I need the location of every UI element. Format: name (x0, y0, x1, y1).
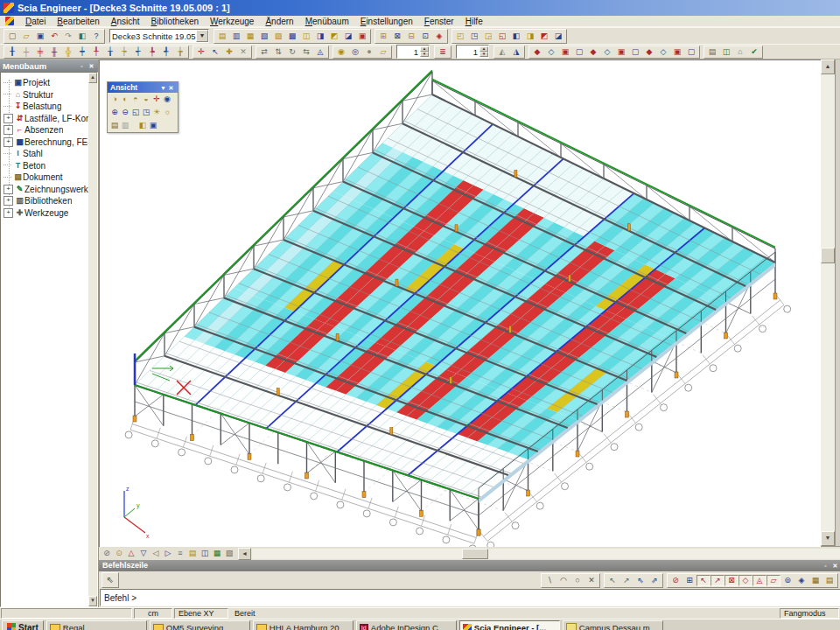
select-prev-icon[interactable]: ⇗ (648, 575, 662, 586)
zoom-in-icon[interactable]: ⊕ (109, 107, 120, 118)
menu-item-bearbeiten[interactable]: Bearbeiten (57, 17, 99, 26)
pin-icon[interactable]: ▫ (822, 562, 830, 570)
accept-icon[interactable]: ✔ (747, 46, 761, 58)
folder-view-icon[interactable]: ▱ (376, 46, 390, 58)
snap-grid-icon[interactable]: ⊞ (682, 575, 696, 586)
view-dz-icon[interactable]: ▦ (211, 548, 223, 559)
taskbar-task-hhla-hamburg[interactable]: HHLA Hamburg 20... (253, 620, 354, 630)
zoom-out-icon[interactable]: ⊖ (120, 107, 130, 118)
scroll-down-icon[interactable]: ▼ (821, 531, 835, 546)
expand-icon[interactable]: + (4, 114, 13, 123)
sidebar-header[interactable]: Menübaum ▫ ✕ (0, 60, 98, 72)
member-tool-4-icon[interactable]: ╫ (47, 46, 61, 58)
close-icon[interactable]: ✕ (88, 62, 95, 70)
command-input[interactable]: Befehl > (100, 589, 840, 606)
member-tool-8-icon[interactable]: ╁ (103, 46, 117, 58)
member-tool-9-icon[interactable]: ┾ (117, 46, 131, 58)
report-icon[interactable]: ▣ (355, 31, 369, 42)
result-display-11-icon[interactable]: ▣ (670, 46, 684, 58)
result-display-5-icon[interactable]: ◆ (586, 46, 600, 58)
axis-view-icon[interactable]: ✛ (151, 94, 162, 105)
menu-item-bibliotheken[interactable]: Bibliotheken (151, 17, 199, 26)
save-icon[interactable]: ▣ (33, 31, 47, 42)
fe-mesh-icon[interactable]: ⊠ (390, 31, 404, 42)
open-folder-icon[interactable]: ▱ (19, 31, 33, 42)
ansicht-palette[interactable]: Ansicht ▼ ✕ ◑◐◓◒✛◉⊕⊖◱◳☀☼▤▥◧▣ (107, 81, 178, 133)
title-bar[interactable]: Scia Engineer - [Decke3 Schnitte 19.05.0… (0, 0, 840, 16)
result-display-2-icon[interactable]: ◇ (544, 46, 558, 58)
scale-factor-stepper[interactable]: 1▲▼ (396, 45, 430, 59)
member-tool-2-icon[interactable]: ┼ (19, 46, 33, 58)
member-tool-5-icon[interactable]: ╬ (61, 46, 75, 58)
table-editor-icon[interactable]: ◫ (299, 31, 313, 42)
sidebar-item-stahl[interactable]: IStahl (4, 148, 88, 160)
sidebar-item-beton[interactable]: TBeton (4, 160, 88, 172)
redo-icon[interactable]: ↷ (61, 31, 75, 42)
circle-tool-icon[interactable]: ○ (570, 575, 584, 586)
calculator-icon[interactable]: ⊞ (376, 31, 390, 42)
view-preset-2-icon[interactable]: ◳ (467, 31, 481, 42)
paperspace-icon[interactable]: ◩ (327, 31, 341, 42)
snap-length-icon[interactable]: ▱ (766, 575, 780, 586)
catalog-icon[interactable]: ▦ (243, 31, 257, 42)
view-preset-5-icon[interactable]: ◧ (509, 31, 523, 42)
status-snap-mode[interactable]: Fangmodus (780, 608, 839, 619)
vscroll-track[interactable] (821, 74, 835, 531)
view-dx-icon[interactable]: ▤ (186, 548, 199, 559)
result-display-1-icon[interactable]: ◆ (530, 46, 544, 58)
document-icon[interactable]: ◪ (341, 31, 355, 42)
member-tool-6-icon[interactable]: ┿ (75, 46, 89, 58)
drawing-canvas[interactable]: zxy Ansicht ▼ ✕ ◑◐◓◒✛◉⊕⊖◱◳☀☼▤▥◧▣ (99, 60, 821, 547)
move-icon[interactable]: ⇄ (257, 46, 271, 58)
layers-all-icon[interactable]: ≡ (174, 548, 186, 559)
view-preset-8-icon[interactable]: ◪ (551, 31, 565, 42)
section-clip-2-icon[interactable]: ⊙ (113, 548, 125, 559)
layer-right-icon[interactable]: ▷ (162, 548, 174, 559)
result-display-9-icon[interactable]: ◆ (642, 46, 656, 58)
layers-icon[interactable]: ▧ (257, 31, 271, 42)
line-grid-icon[interactable]: ▤ (822, 575, 836, 586)
render-mode-icon[interactable]: ☀ (151, 107, 162, 118)
scroll-left-icon[interactable]: ◄ (238, 548, 251, 560)
select-tool-icon[interactable]: ✛ (194, 46, 208, 58)
sidebar-item-berechnung[interactable]: +▦Berechnung, FE-Netz (4, 136, 88, 149)
close-icon[interactable]: ✕ (167, 83, 175, 93)
document-icon[interactable] (5, 17, 14, 25)
close-icon[interactable]: ✕ (831, 562, 839, 570)
group-icon[interactable]: ● (362, 46, 376, 58)
result-display-8-icon[interactable]: ▢ (628, 46, 642, 58)
member-tool-1-icon[interactable]: ╂ (5, 46, 19, 58)
view-selection-combo[interactable]: Decke3 Schnitte 19.05▼ (109, 29, 209, 43)
scroll-down-icon[interactable]: ▼ (88, 596, 97, 606)
command-header[interactable]: Befehlszeile ▫ ✕ (99, 560, 840, 571)
result-display-7-icon[interactable]: ▣ (614, 46, 628, 58)
menu-item-fenster[interactable]: Fenster (424, 17, 454, 26)
zoom-cursor-icon[interactable]: ◉ (162, 94, 172, 105)
member-tool-7-icon[interactable]: ╀ (89, 46, 103, 58)
light-icon[interactable]: ☼ (162, 107, 172, 118)
menu-item-ndern[interactable]: Ändern (265, 17, 293, 26)
hscroll-thumb[interactable] (462, 549, 488, 559)
select-add-icon[interactable]: ↗ (620, 575, 634, 586)
menu-item-menbaum[interactable]: Menübaum (305, 17, 349, 26)
zoom-selection-icon[interactable]: ◭ (495, 46, 509, 58)
view-dy-icon[interactable]: ◫ (199, 548, 211, 559)
result-display-3-icon[interactable]: ▣ (558, 46, 572, 58)
image-gallery-icon[interactable]: ◨ (313, 31, 327, 42)
model-3d[interactable]: zxy (100, 60, 821, 547)
rotate-up-icon[interactable]: ◓ (130, 94, 141, 105)
load-case-list-icon[interactable]: ≣ (436, 46, 450, 58)
perspective-icon[interactable]: ▣ (148, 120, 158, 131)
snap-orthogonal-icon[interactable]: ◇ (738, 575, 752, 586)
sidebar-item-zeichnungswerkzeuge[interactable]: +✎Zeichnungswerkzeuge (4, 184, 88, 196)
menu-item-hilfe[interactable]: Hilfe (466, 17, 483, 26)
zoom-all-icon[interactable]: ◳ (141, 107, 151, 118)
status-units[interactable]: cm (134, 608, 172, 619)
menu-item-werkzeuge[interactable]: Werkzeuge (210, 17, 254, 26)
layer-left-icon[interactable]: ◁ (150, 548, 162, 559)
member-tool-10-icon[interactable]: ┽ (131, 46, 145, 58)
bim-toolbox-icon[interactable]: ▩ (285, 31, 299, 42)
scroll-up-icon[interactable]: ▲ (821, 60, 835, 74)
expand-icon[interactable]: + (4, 208, 13, 218)
clipping-box-icon[interactable]: ◮ (509, 46, 523, 58)
